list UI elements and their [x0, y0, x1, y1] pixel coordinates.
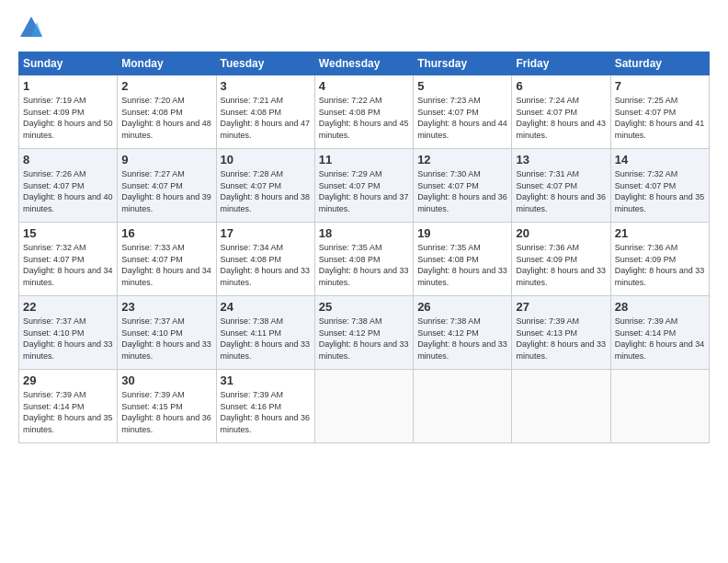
calendar-cell [314, 370, 413, 443]
weekday-header-row: SundayMondayTuesdayWednesdayThursdayFrid… [19, 52, 710, 75]
calendar-cell: 29 Sunrise: 7:39 AM Sunset: 4:14 PM Dayl… [19, 370, 118, 443]
day-info: Sunrise: 7:33 AM Sunset: 4:07 PM Dayligh… [121, 243, 211, 287]
day-number: 15 [23, 226, 113, 240]
day-number: 20 [516, 226, 606, 240]
day-info: Sunrise: 7:20 AM Sunset: 4:08 PM Dayligh… [121, 96, 211, 140]
day-number: 13 [516, 153, 606, 167]
calendar-cell: 21 Sunrise: 7:36 AM Sunset: 4:09 PM Dayl… [610, 223, 709, 296]
calendar-cell: 2 Sunrise: 7:20 AM Sunset: 4:08 PM Dayli… [118, 75, 216, 149]
calendar-cell: 6 Sunrise: 7:24 AM Sunset: 4:07 PM Dayli… [512, 75, 610, 149]
calendar-week-1: 1 Sunrise: 7:19 AM Sunset: 4:09 PM Dayli… [19, 75, 710, 149]
logo [18, 15, 48, 40]
calendar-cell: 27 Sunrise: 7:39 AM Sunset: 4:13 PM Dayl… [512, 296, 610, 370]
calendar-week-4: 22 Sunrise: 7:37 AM Sunset: 4:10 PM Dayl… [19, 296, 710, 370]
calendar-cell: 7 Sunrise: 7:25 AM Sunset: 4:07 PM Dayli… [610, 75, 709, 149]
calendar-cell: 12 Sunrise: 7:30 AM Sunset: 4:07 PM Dayl… [414, 149, 512, 223]
day-number: 4 [319, 79, 409, 93]
weekday-header-monday: Monday [118, 52, 216, 75]
weekday-header-friday: Friday [512, 52, 610, 75]
day-info: Sunrise: 7:31 AM Sunset: 4:07 PM Dayligh… [516, 169, 606, 213]
day-number: 22 [23, 300, 113, 314]
day-number: 30 [121, 373, 211, 387]
day-info: Sunrise: 7:29 AM Sunset: 4:07 PM Dayligh… [319, 169, 409, 213]
day-number: 25 [319, 300, 409, 314]
weekday-header-thursday: Thursday [414, 52, 512, 75]
day-info: Sunrise: 7:36 AM Sunset: 4:09 PM Dayligh… [516, 243, 606, 287]
calendar-cell: 28 Sunrise: 7:39 AM Sunset: 4:14 PM Dayl… [610, 296, 709, 370]
day-number: 24 [221, 300, 311, 314]
day-number: 5 [417, 79, 507, 93]
day-number: 3 [221, 79, 311, 93]
day-info: Sunrise: 7:25 AM Sunset: 4:07 PM Dayligh… [615, 96, 705, 140]
day-number: 1 [23, 79, 113, 93]
day-number: 17 [221, 226, 311, 240]
calendar-cell: 11 Sunrise: 7:29 AM Sunset: 4:07 PM Dayl… [314, 149, 413, 223]
weekday-header-saturday: Saturday [610, 52, 709, 75]
calendar-cell: 23 Sunrise: 7:37 AM Sunset: 4:10 PM Dayl… [118, 296, 216, 370]
day-info: Sunrise: 7:39 AM Sunset: 4:13 PM Dayligh… [516, 316, 606, 361]
calendar-table: SundayMondayTuesdayWednesdayThursdayFrid… [18, 52, 710, 443]
calendar-cell: 16 Sunrise: 7:33 AM Sunset: 4:07 PM Dayl… [118, 223, 216, 296]
day-number: 7 [615, 79, 705, 93]
calendar-cell: 20 Sunrise: 7:36 AM Sunset: 4:09 PM Dayl… [512, 223, 610, 296]
calendar-cell: 8 Sunrise: 7:26 AM Sunset: 4:07 PM Dayli… [19, 149, 118, 223]
day-number: 9 [121, 153, 211, 167]
calendar-cell: 13 Sunrise: 7:31 AM Sunset: 4:07 PM Dayl… [512, 149, 610, 223]
day-number: 31 [221, 373, 311, 387]
calendar-cell [414, 370, 512, 443]
day-info: Sunrise: 7:30 AM Sunset: 4:07 PM Dayligh… [417, 169, 507, 213]
calendar-cell: 25 Sunrise: 7:38 AM Sunset: 4:12 PM Dayl… [314, 296, 413, 370]
day-info: Sunrise: 7:38 AM Sunset: 4:12 PM Dayligh… [319, 316, 409, 361]
calendar-week-2: 8 Sunrise: 7:26 AM Sunset: 4:07 PM Dayli… [19, 149, 710, 223]
calendar-cell: 22 Sunrise: 7:37 AM Sunset: 4:10 PM Dayl… [19, 296, 118, 370]
day-info: Sunrise: 7:19 AM Sunset: 4:09 PM Dayligh… [23, 96, 113, 140]
day-info: Sunrise: 7:39 AM Sunset: 4:15 PM Dayligh… [121, 390, 211, 434]
logo-icon [18, 15, 44, 40]
calendar-cell: 31 Sunrise: 7:39 AM Sunset: 4:16 PM Dayl… [216, 370, 314, 443]
calendar-cell: 3 Sunrise: 7:21 AM Sunset: 4:08 PM Dayli… [216, 75, 314, 149]
day-number: 2 [121, 79, 211, 93]
calendar-cell: 4 Sunrise: 7:22 AM Sunset: 4:08 PM Dayli… [314, 75, 413, 149]
day-info: Sunrise: 7:36 AM Sunset: 4:09 PM Dayligh… [615, 243, 705, 287]
calendar-week-3: 15 Sunrise: 7:32 AM Sunset: 4:07 PM Dayl… [19, 223, 710, 296]
header [18, 15, 710, 40]
day-number: 14 [615, 153, 705, 167]
calendar-cell: 10 Sunrise: 7:28 AM Sunset: 4:07 PM Dayl… [216, 149, 314, 223]
day-number: 16 [121, 226, 211, 240]
calendar-cell: 24 Sunrise: 7:38 AM Sunset: 4:11 PM Dayl… [216, 296, 314, 370]
day-number: 29 [23, 373, 113, 387]
day-number: 8 [23, 153, 113, 167]
day-info: Sunrise: 7:32 AM Sunset: 4:07 PM Dayligh… [23, 243, 113, 287]
day-info: Sunrise: 7:21 AM Sunset: 4:08 PM Dayligh… [221, 96, 311, 140]
day-info: Sunrise: 7:32 AM Sunset: 4:07 PM Dayligh… [615, 169, 705, 213]
calendar-cell: 19 Sunrise: 7:35 AM Sunset: 4:08 PM Dayl… [414, 223, 512, 296]
weekday-header-wednesday: Wednesday [314, 52, 413, 75]
day-info: Sunrise: 7:39 AM Sunset: 4:14 PM Dayligh… [23, 390, 113, 434]
day-info: Sunrise: 7:38 AM Sunset: 4:11 PM Dayligh… [221, 316, 311, 361]
day-info: Sunrise: 7:23 AM Sunset: 4:07 PM Dayligh… [417, 96, 507, 140]
day-number: 12 [417, 153, 507, 167]
calendar-cell: 17 Sunrise: 7:34 AM Sunset: 4:08 PM Dayl… [216, 223, 314, 296]
calendar-cell: 18 Sunrise: 7:35 AM Sunset: 4:08 PM Dayl… [314, 223, 413, 296]
day-number: 28 [615, 300, 705, 314]
day-info: Sunrise: 7:38 AM Sunset: 4:12 PM Dayligh… [417, 316, 507, 361]
calendar-cell [512, 370, 610, 443]
day-number: 23 [121, 300, 211, 314]
day-number: 18 [319, 226, 409, 240]
weekday-header-tuesday: Tuesday [216, 52, 314, 75]
day-info: Sunrise: 7:35 AM Sunset: 4:08 PM Dayligh… [319, 243, 409, 287]
calendar-cell: 15 Sunrise: 7:32 AM Sunset: 4:07 PM Dayl… [19, 223, 118, 296]
day-info: Sunrise: 7:24 AM Sunset: 4:07 PM Dayligh… [516, 96, 606, 140]
day-info: Sunrise: 7:35 AM Sunset: 4:08 PM Dayligh… [417, 243, 507, 287]
day-info: Sunrise: 7:39 AM Sunset: 4:14 PM Dayligh… [615, 316, 705, 361]
calendar-cell: 1 Sunrise: 7:19 AM Sunset: 4:09 PM Dayli… [19, 75, 118, 149]
day-info: Sunrise: 7:22 AM Sunset: 4:08 PM Dayligh… [319, 96, 409, 140]
day-number: 19 [417, 226, 507, 240]
day-number: 10 [221, 153, 311, 167]
day-info: Sunrise: 7:37 AM Sunset: 4:10 PM Dayligh… [23, 316, 113, 361]
day-number: 11 [319, 153, 409, 167]
calendar-cell: 14 Sunrise: 7:32 AM Sunset: 4:07 PM Dayl… [610, 149, 709, 223]
calendar-cell [610, 370, 709, 443]
calendar-cell: 5 Sunrise: 7:23 AM Sunset: 4:07 PM Dayli… [414, 75, 512, 149]
calendar-week-5: 29 Sunrise: 7:39 AM Sunset: 4:14 PM Dayl… [19, 370, 710, 443]
